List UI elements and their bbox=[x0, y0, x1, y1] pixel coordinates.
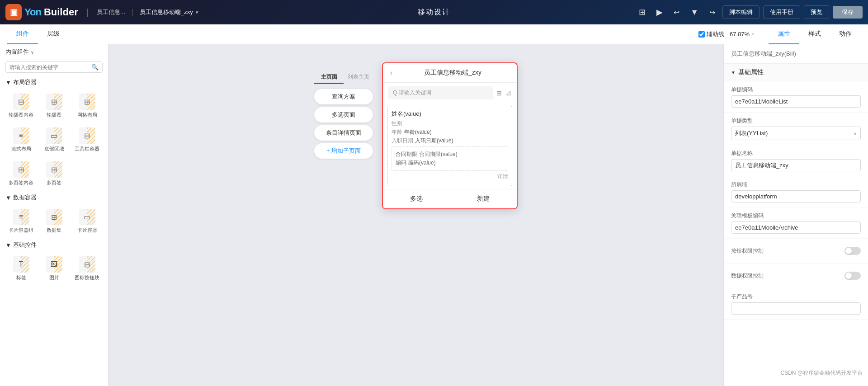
prop-danjuleixing-label: 单据类型 bbox=[731, 117, 861, 125]
tab-action[interactable]: 动作 bbox=[830, 24, 861, 44]
comp-label: 网格布局 bbox=[77, 112, 97, 118]
comp-dataset[interactable]: ⊞ 数据集 bbox=[38, 205, 70, 237]
mobile-content: 姓名(value) 性别 年龄 年龄(value) 入职日期 入职日期(valu… bbox=[383, 103, 517, 189]
comp-toolbar[interactable]: ⊟ 工具栏容器 bbox=[71, 124, 103, 156]
mobile-new-btn[interactable]: 新建 bbox=[450, 189, 517, 208]
card-detail-btn[interactable]: 详情 bbox=[392, 171, 508, 182]
zoom-chevron-icon[interactable]: > bbox=[751, 32, 754, 37]
undo-dropdown-btn[interactable]: ▼ bbox=[687, 6, 702, 19]
logo-icon: ▣ bbox=[5, 4, 22, 20]
basic-section-header[interactable]: ▼ 基础控件 bbox=[0, 239, 108, 251]
mobile-title: 员工信息移动端_zxy bbox=[396, 69, 509, 77]
layout-section-header[interactable]: ▼ 布局容器 bbox=[0, 76, 108, 88]
breadcrumb-dropdown-icon[interactable]: ▼ bbox=[195, 10, 199, 15]
save-btn[interactable]: 保存 bbox=[833, 6, 863, 19]
data-section-header[interactable]: ▼ 数据容器 bbox=[0, 192, 108, 203]
card-joindate-label: 入职日期 bbox=[392, 137, 413, 145]
preview-btn[interactable]: 预览 bbox=[804, 5, 829, 19]
builtin-section-header[interactable]: 内置组件 ∨ bbox=[0, 44, 108, 60]
prop-guanlian-input[interactable] bbox=[731, 221, 861, 234]
page-nav-tab-main[interactable]: 主页面 bbox=[314, 71, 344, 84]
breadcrumb-1[interactable]: 员工信息... bbox=[97, 8, 125, 16]
page-center-title: 移动设计 bbox=[418, 8, 450, 17]
search-box: 🔍 bbox=[5, 61, 103, 73]
prop-danduju-input[interactable] bbox=[731, 95, 861, 108]
aux-label: 辅助线 bbox=[707, 30, 724, 38]
mobile-multiselect-btn[interactable]: 多选 bbox=[383, 189, 450, 208]
mobile-search-input[interactable]: Q 请输入关键词 bbox=[388, 86, 493, 99]
card-contract-value: 合同期限(value) bbox=[419, 151, 458, 158]
prop-zicp-input[interactable] bbox=[731, 302, 861, 315]
comp-multitab-content[interactable]: ⊞ 多页签内容 bbox=[5, 158, 37, 190]
mobile-filter-icon[interactable]: ⊿ bbox=[505, 89, 511, 97]
comp-icon-toolbar: ⊟ bbox=[79, 127, 95, 144]
layout-icon-btn[interactable]: ⊞ bbox=[635, 5, 649, 19]
section-title-text: 基础属性 bbox=[738, 68, 764, 76]
comp-carousel-content[interactable]: ⊟ 轮播图内容 bbox=[5, 90, 37, 122]
main-layout: 内置组件 ∨ 🔍 ▼ 布局容器 ⊟ 轮播图内容 ⊞ 轮播图 bbox=[0, 44, 868, 386]
prop-suoshu-label: 所属域 bbox=[731, 181, 861, 188]
tab-props[interactable]: 属性 bbox=[769, 24, 799, 44]
script-edit-btn[interactable]: 脚本编辑 bbox=[722, 5, 760, 19]
comp-label[interactable]: T 标签 bbox=[5, 253, 37, 285]
page-nav-tab-list[interactable]: 列表主页 bbox=[344, 71, 373, 84]
comp-carousel[interactable]: ⊞ 轮播图 bbox=[38, 90, 70, 122]
data-section-label: 数据容器 bbox=[13, 193, 37, 202]
prop-danjuleixing-select[interactable]: 列表(YYList) ∨ bbox=[731, 127, 861, 140]
comp-name-label: 标签 bbox=[16, 274, 26, 281]
mobile-back-icon[interactable]: ‹ bbox=[390, 69, 392, 77]
redo-btn[interactable]: ↪ bbox=[706, 6, 719, 19]
comp-label: 卡片容器 bbox=[77, 227, 97, 234]
card-gender-row: 性别 bbox=[392, 120, 508, 127]
mobile-expand-icon[interactable]: ⊞ bbox=[496, 89, 502, 97]
header-actions: ⊞ ▶ ↩ ▼ ↪ 脚本编辑 使用手册 预览 保存 bbox=[635, 5, 863, 19]
page-nav: 主页面 列表主页 查询方案 多选页面 条目详情页面 + 增加子页面 bbox=[314, 62, 373, 159]
tab-style[interactable]: 样式 bbox=[799, 24, 830, 44]
comp-flow[interactable]: ≡ 流式布局 bbox=[5, 124, 37, 156]
comp-image[interactable]: 🖼 图片 bbox=[38, 253, 70, 285]
card-contract-label: 合同期限 bbox=[396, 151, 417, 158]
manual-btn[interactable]: 使用手册 bbox=[763, 5, 800, 19]
prop-danjuleixing: 单据类型 列表(YYList) ∨ bbox=[724, 113, 868, 145]
comp-icon-btn-block[interactable]: ⊟ 图标按钮块 bbox=[71, 253, 103, 285]
comp-name-icon-btn: 图标按钮块 bbox=[75, 274, 99, 281]
prop-danduju-label: 单据编码 bbox=[731, 86, 861, 94]
comp-multitab[interactable]: ⊞ 多页签 bbox=[38, 158, 70, 190]
select-arrow-icon: ∨ bbox=[854, 131, 857, 136]
page-nav-item-detail[interactable]: 条目详情页面 bbox=[314, 125, 373, 141]
prop-shujuquanxian-toggle[interactable] bbox=[844, 272, 861, 280]
prop-danjuleixing-value: 列表(YYList) bbox=[735, 129, 854, 137]
prop-anniuquanxian-toggle[interactable] bbox=[844, 247, 861, 255]
page-nav-item-query[interactable]: 查询方案 bbox=[314, 89, 373, 104]
data-component-grid: ≡ 卡片容器组 ⊞ 数据集 ▭ 卡片容器 bbox=[0, 203, 108, 239]
zoom-value: 67.87% bbox=[730, 31, 750, 38]
prop-suoshu-input[interactable] bbox=[731, 190, 861, 202]
card-gender-label: 性别 bbox=[392, 120, 402, 127]
tab-levels[interactable]: 层级 bbox=[38, 24, 69, 44]
header: ▣ YonBuilder | 员工信息... | 员工信息移动端_zxy ▼ 移… bbox=[0, 0, 868, 24]
undo-btn[interactable]: ↩ bbox=[670, 6, 683, 19]
logo-yon: Yon bbox=[24, 6, 41, 18]
page-nav-item-add[interactable]: + 增加子页面 bbox=[314, 143, 373, 159]
comp-icon-icon-btn: ⊟ bbox=[79, 256, 95, 273]
prop-shujuquanxian: 数据权限控制 bbox=[724, 264, 868, 288]
comp-grid[interactable]: ⊞ 网格布局 bbox=[71, 90, 103, 122]
layout-section-arrow: ▼ bbox=[5, 79, 11, 86]
comp-card-group[interactable]: ≡ 卡片容器组 bbox=[5, 205, 37, 237]
prop-dangjumingcheng-input[interactable] bbox=[731, 159, 861, 171]
comp-icon-grid: ⊞ bbox=[79, 94, 95, 110]
watermark: CSDN @程序猿金融代码开发平台 bbox=[775, 367, 868, 379]
play-icon-btn[interactable]: ▶ bbox=[653, 5, 666, 19]
aux-check: 辅助线 bbox=[698, 30, 724, 38]
search-input[interactable] bbox=[9, 64, 90, 71]
prop-zicp-label: 子产品号 bbox=[731, 293, 861, 301]
page-nav-header: 主页面 列表主页 bbox=[314, 71, 373, 84]
prop-anniuquanxian-row: 按钮权限控制 bbox=[731, 243, 861, 259]
tab-components[interactable]: 组件 bbox=[7, 24, 38, 44]
comp-card[interactable]: ▭ 卡片容器 bbox=[71, 205, 103, 237]
card-code-label: 编码 bbox=[396, 159, 406, 167]
comp-bottom[interactable]: ▭ 底部区域 bbox=[38, 124, 70, 156]
page-nav-item-multiselect[interactable]: 多选页面 bbox=[314, 107, 373, 122]
breadcrumb-2[interactable]: 员工信息移动端_zxy ▼ bbox=[140, 8, 199, 16]
aux-checkbox[interactable] bbox=[698, 31, 705, 38]
